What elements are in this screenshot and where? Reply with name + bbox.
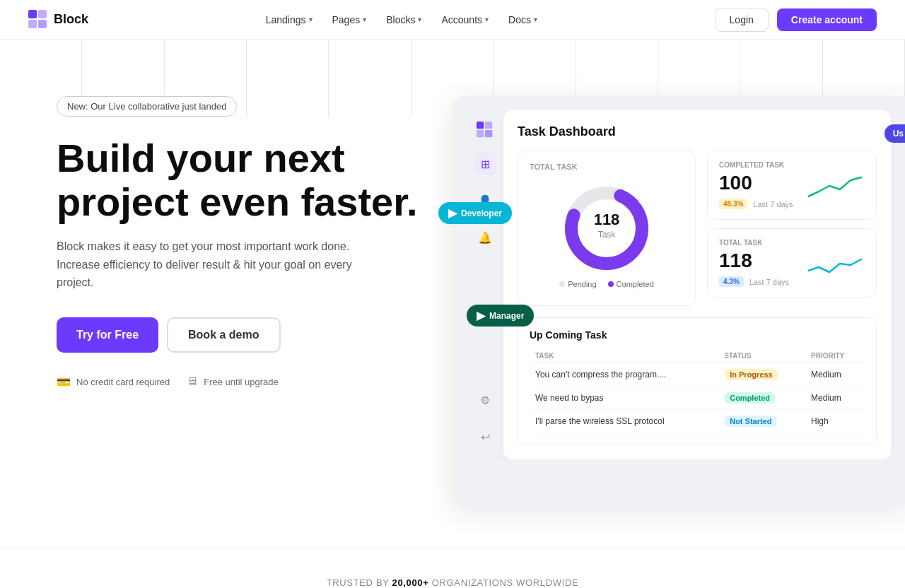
upcoming-title: Up Coming Task bbox=[530, 329, 865, 341]
dashboard-frame: ⊞ 👤 🔔 ⚙ ↩ Task Dashboard Total Task bbox=[452, 96, 905, 506]
total-task-card: Total Task 118 Task bbox=[518, 151, 696, 306]
svg-rect-6 bbox=[477, 130, 484, 137]
task-table-body: You can't compress the program.... In Pr… bbox=[530, 363, 865, 433]
table-row: I'll parse the wireless SSL protocol Not… bbox=[530, 410, 865, 433]
svg-rect-2 bbox=[28, 20, 37, 28]
donut-chart: 118 Task bbox=[561, 182, 653, 274]
nav-landings[interactable]: Landings ▾ bbox=[257, 10, 321, 30]
sidebar-settings-icon[interactable]: ⚙ bbox=[474, 389, 496, 411]
book-demo-button[interactable]: Book a demo bbox=[167, 317, 280, 353]
task-priority: High bbox=[805, 410, 865, 433]
task-priority: Medium bbox=[805, 363, 865, 387]
arrow-icon-2: ▶ bbox=[477, 309, 485, 322]
completed-badge: 48.3% bbox=[719, 199, 747, 209]
nav-accounts[interactable]: Accounts ▾ bbox=[433, 10, 497, 30]
brand-name: Block bbox=[54, 12, 88, 27]
svg-rect-1 bbox=[38, 10, 47, 18]
task-name: I'll parse the wireless SSL protocol bbox=[530, 410, 718, 433]
brand-icon bbox=[28, 10, 48, 30]
chevron-down-icon: ▾ bbox=[363, 16, 366, 23]
login-button[interactable]: Login bbox=[715, 8, 769, 32]
hero-perks: 💳 No credit card required 🖥 Free until u… bbox=[57, 375, 424, 389]
legend-pending: Pending bbox=[559, 280, 596, 288]
total-sparkline bbox=[808, 249, 865, 278]
upgrade-icon: 🖥 bbox=[187, 375, 198, 388]
table-row: We need to bypas Completed Medium bbox=[530, 387, 865, 410]
col-task: TASK bbox=[530, 349, 718, 363]
sidebar-bell-icon[interactable]: 🔔 bbox=[474, 226, 496, 249]
hero-right: ▶ Developer ▶ Manager Us ⊞ bbox=[452, 40, 905, 506]
nav-pages[interactable]: Pages ▾ bbox=[324, 10, 375, 30]
nav-blocks[interactable]: Blocks ▾ bbox=[378, 10, 430, 30]
chevron-down-icon: ▾ bbox=[418, 16, 421, 23]
donut-legend: Pending Completed bbox=[559, 280, 654, 288]
completed-task-card: COMPLETED TASK 100 48.3% Last 7 days bbox=[707, 151, 877, 220]
donut-container: 118 Task Pending bbox=[530, 177, 684, 294]
svg-rect-4 bbox=[477, 122, 484, 129]
sidebar-grid-icon[interactable]: ⊞ bbox=[474, 153, 496, 175]
hero-buttons: Try for Free Book a demo bbox=[57, 317, 424, 353]
task-status: In Progress bbox=[718, 363, 805, 387]
chevron-down-icon: ▾ bbox=[309, 16, 313, 23]
svg-text:Task: Task bbox=[598, 230, 617, 240]
hero-section: New: Our Live collaborative just landed … bbox=[0, 40, 905, 548]
dash-inner: ⊞ 👤 🔔 ⚙ ↩ Task Dashboard Total Task bbox=[467, 110, 891, 459]
task-name: We need to bypas bbox=[530, 387, 718, 410]
svg-text:118: 118 bbox=[594, 211, 620, 228]
trusted-text: TRUSTED BY 20,000+ ORGANIZATIONS WORLDWI… bbox=[28, 577, 877, 588]
col-priority: PRIORITY bbox=[805, 349, 865, 363]
total-stat-card: TOTAL TASK 118 4.3% Last 7 days bbox=[707, 228, 877, 298]
total-task-label: Total Task bbox=[530, 163, 684, 171]
create-account-button[interactable]: Create account bbox=[777, 8, 877, 31]
manager-badge: ▶ Manager bbox=[467, 305, 534, 327]
total-footer: 4.3% Last 7 days bbox=[719, 276, 789, 287]
dashboard-title: Task Dashboard bbox=[518, 124, 877, 139]
status-badge: In Progress bbox=[724, 369, 778, 380]
us-badge: Us bbox=[884, 124, 905, 143]
completed-value: 100 bbox=[719, 172, 793, 194]
task-table: TASK STATUS PRIORITY You can't compress … bbox=[530, 349, 865, 433]
total-badge: 4.3% bbox=[719, 276, 744, 287]
task-name: You can't compress the program.... bbox=[530, 363, 718, 387]
hero-title: Build your next project even faster. bbox=[57, 136, 424, 223]
chevron-down-icon: ▾ bbox=[485, 16, 489, 23]
dash-logo-icon bbox=[477, 122, 494, 139]
dash-main: Task Dashboard Total Task bbox=[503, 110, 891, 459]
sidebar-logout-icon[interactable]: ↩ bbox=[474, 425, 496, 448]
stats-column: COMPLETED TASK 100 48.3% Last 7 days bbox=[707, 151, 877, 306]
dash-sidebar: ⊞ 👤 🔔 ⚙ ↩ bbox=[467, 110, 503, 459]
svg-rect-3 bbox=[38, 20, 47, 28]
nav-logo[interactable]: Block bbox=[28, 10, 88, 30]
developer-badge: ▶ Developer bbox=[438, 202, 512, 224]
try-for-free-button[interactable]: Try for Free bbox=[57, 317, 158, 353]
credit-card-icon: 💳 bbox=[57, 375, 71, 389]
status-badge: Completed bbox=[724, 392, 776, 404]
perk-no-credit-card: 💳 No credit card required bbox=[57, 375, 170, 389]
trusted-section: TRUSTED BY 20,000+ ORGANIZATIONS WORLDWI… bbox=[0, 548, 905, 588]
task-status: Not Started bbox=[718, 410, 805, 433]
status-badge: Not Started bbox=[724, 416, 777, 427]
table-row: You can't compress the program.... In Pr… bbox=[530, 363, 865, 387]
task-priority: Medium bbox=[805, 387, 865, 410]
nav-docs[interactable]: Docs ▾ bbox=[500, 10, 546, 30]
arrow-icon: ▶ bbox=[448, 206, 457, 220]
hero-left: New: Our Live collaborative just landed … bbox=[0, 40, 452, 417]
svg-rect-7 bbox=[485, 130, 492, 137]
chevron-down-icon: ▾ bbox=[534, 16, 537, 23]
completed-footer: 48.3% Last 7 days bbox=[719, 199, 793, 209]
hero-badge: New: Our Live collaborative just landed bbox=[57, 96, 237, 117]
legend-completed: Completed bbox=[608, 280, 654, 288]
nav-actions: Login Create account bbox=[715, 8, 877, 32]
task-table-header: TASK STATUS PRIORITY bbox=[530, 349, 865, 363]
total-value: 118 bbox=[719, 249, 789, 272]
upcoming-tasks-card: Up Coming Task TASK STATUS PRIORITY bbox=[518, 317, 877, 445]
task-status: Completed bbox=[718, 387, 805, 410]
trusted-count: 20,000+ bbox=[392, 577, 429, 588]
nav-links: Landings ▾ Pages ▾ Blocks ▾ Accounts ▾ D… bbox=[257, 10, 546, 30]
completed-sparkline bbox=[808, 172, 865, 200]
svg-rect-0 bbox=[28, 10, 37, 18]
navbar: Block Landings ▾ Pages ▾ Blocks ▾ Accoun… bbox=[0, 0, 905, 40]
perk-free-upgrade: 🖥 Free until upgrade bbox=[187, 375, 279, 388]
hero-subtitle: Block makes it easy to get your most imp… bbox=[57, 237, 368, 292]
dash-top-row: Total Task 118 Task bbox=[518, 151, 877, 306]
